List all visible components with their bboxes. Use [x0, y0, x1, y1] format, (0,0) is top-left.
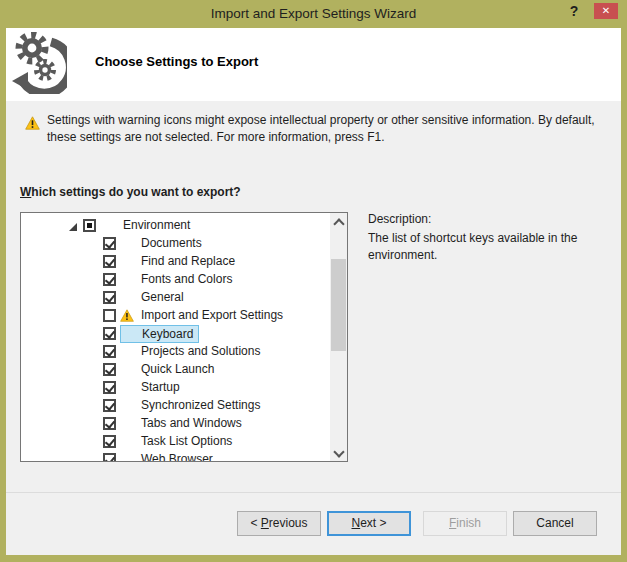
wizard-header: Choose Settings to Export [6, 28, 621, 101]
tree-item-label[interactable]: Environment [123, 217, 190, 235]
footer-divider [6, 492, 621, 493]
question-mark-icon: ? [570, 3, 579, 19]
tree-item-projects-and-solutions[interactable]: Projects and Solutions [21, 343, 332, 361]
checkbox-checked[interactable] [103, 291, 116, 304]
next-button[interactable]: Next > [327, 511, 411, 536]
warning-text: Settings with warning icons might expose… [47, 112, 600, 146]
description-heading: Description: [368, 212, 431, 226]
tree-item-label[interactable]: Web Browser [141, 451, 213, 462]
tree-item-label[interactable]: Keyboard [120, 325, 199, 343]
close-icon: ✕ [602, 5, 610, 16]
tree-item-startup[interactable]: Startup [21, 379, 332, 397]
scrollbar-thumb[interactable] [331, 259, 346, 351]
tree-item-general[interactable]: General [21, 289, 332, 307]
tree-item-keyboard[interactable]: Keyboard [21, 325, 332, 343]
tree-item-fonts-and-colors[interactable]: Fonts and Colors [21, 271, 332, 289]
tree-item-tabs-and-windows[interactable]: Tabs and Windows [21, 415, 332, 433]
tree-item-label[interactable]: Task List Options [141, 433, 232, 451]
cancel-button[interactable]: Cancel [513, 511, 597, 536]
tree-item-synchronized-settings[interactable]: Synchronized Settings [21, 397, 332, 415]
page-title: Choose Settings to Export [95, 54, 258, 69]
tree-item-find-and-replace[interactable]: Find and Replace [21, 253, 332, 271]
tree-item-task-list-options[interactable]: Task List Options [21, 433, 332, 451]
tree-item-import-and-export-settings[interactable]: Import and Export Settings [21, 307, 332, 325]
checkbox-checked[interactable] [103, 345, 116, 358]
tree-item-label[interactable]: Startup [141, 379, 180, 397]
chevron-down-icon [333, 446, 344, 457]
titlebar[interactable]: Import and Export Settings Wizard ? ✕ [0, 0, 627, 28]
chevron-up-icon [333, 218, 344, 229]
checkbox-unchecked[interactable] [103, 309, 116, 322]
tree-item-label[interactable]: Documents [141, 235, 202, 253]
tree-item-environment[interactable]: Environment [21, 217, 332, 235]
checkbox-checked[interactable] [103, 273, 116, 286]
question-label: Which settings do you want to export? [20, 185, 241, 199]
tree-item-label[interactable]: General [141, 289, 184, 307]
tree-item-label[interactable]: Quick Launch [141, 361, 214, 379]
warning-icon [25, 116, 40, 130]
checkbox-checked[interactable] [103, 453, 116, 462]
expand-collapse-toggle-icon[interactable] [69, 223, 77, 231]
import-export-settings-wizard-dialog: Import and Export Settings Wizard ? ✕ C [0, 0, 627, 562]
checkbox-checked[interactable] [103, 363, 116, 376]
checkbox-checked[interactable] [103, 435, 116, 448]
tree-item-web-browser[interactable]: Web Browser [21, 451, 332, 462]
checkbox-checked[interactable] [103, 399, 116, 412]
settings-tree[interactable]: EnvironmentDocumentsFind and ReplaceFont… [20, 212, 348, 462]
scroll-up-button[interactable] [330, 213, 347, 230]
checkbox-checked[interactable] [103, 381, 116, 394]
close-button[interactable]: ✕ [594, 3, 618, 19]
checkbox-mixed[interactable] [83, 219, 96, 232]
window-title: Import and Export Settings Wizard [0, 0, 627, 28]
tree-item-label[interactable]: Find and Replace [141, 253, 235, 271]
scroll-down-button[interactable] [330, 444, 347, 461]
tree-item-label[interactable]: Import and Export Settings [141, 307, 283, 325]
warning-icon [120, 309, 134, 322]
checkbox-checked[interactable] [103, 327, 116, 340]
tree-item-label[interactable]: Projects and Solutions [141, 343, 260, 361]
checkbox-checked[interactable] [103, 255, 116, 268]
tree-item-label[interactable]: Tabs and Windows [141, 415, 242, 433]
tree-item-label[interactable]: Fonts and Colors [141, 271, 232, 289]
tree-item-label[interactable]: Synchronized Settings [141, 397, 260, 415]
help-button[interactable]: ? [564, 3, 584, 25]
dialog-content: Choose Settings to Export Settings with … [6, 28, 621, 555]
checkbox-checked[interactable] [103, 237, 116, 250]
tree-item-documents[interactable]: Documents [21, 235, 332, 253]
tree-item-quick-launch[interactable]: Quick Launch [21, 361, 332, 379]
previous-button[interactable]: < Previous [237, 511, 321, 536]
gears-export-arrow-icon [11, 32, 67, 94]
finish-button: Finish [423, 511, 507, 536]
tree-scrollbar[interactable] [330, 213, 347, 461]
description-body: The list of shortcut keys available in t… [368, 230, 606, 264]
checkbox-checked[interactable] [103, 417, 116, 430]
